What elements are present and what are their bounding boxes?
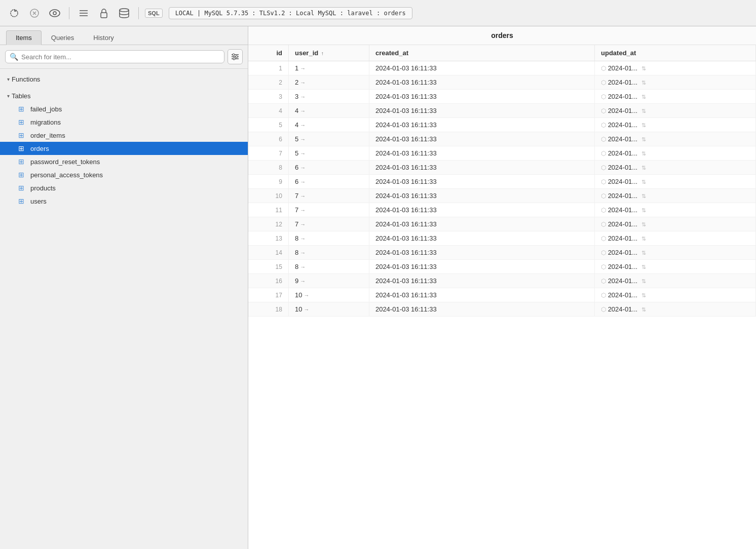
list-icon[interactable] [75, 5, 92, 21]
cell-created_at: 2024-01-03 16:11:33 [369, 132, 594, 146]
cell-id: 18 [248, 302, 288, 317]
cell-sort-updown[interactable]: ⇅ [641, 278, 646, 284]
cell-sort-updown[interactable]: ⇅ [641, 221, 646, 227]
cell-arrow: → [300, 150, 306, 156]
cell-id: 14 [248, 246, 288, 260]
cell-updated_at: ⬡ 2024-01... ⇅ [595, 189, 756, 203]
main-content: Items Queries History 🔍 [0, 26, 756, 549]
table-row[interactable]: 54→2024-01-03 16:11:33⬡ 2024-01... ⇅ [248, 118, 756, 132]
col-header-created_at[interactable]: created_at [369, 45, 594, 61]
cell-created_at: 2024-01-03 16:11:33 [369, 260, 594, 274]
col-header-user_id[interactable]: user_id ↑ [288, 45, 369, 61]
cell-user_id: 7→ [288, 189, 369, 203]
table-row[interactable]: 107→2024-01-03 16:11:33⬡ 2024-01... ⇅ [248, 189, 756, 203]
cell-user_id: 2→ [288, 75, 369, 90]
table-item-users[interactable]: ⊞ users [0, 194, 248, 208]
table-row[interactable]: 117→2024-01-03 16:11:33⬡ 2024-01... ⇅ [248, 203, 756, 217]
cell-user_id: 10→ [288, 288, 369, 302]
cell-updated_at: ⬡ 2024-01... ⇅ [595, 175, 756, 189]
cell-sort-updown[interactable]: ⇅ [641, 122, 646, 128]
cell-arrow: → [300, 179, 306, 185]
cell-updated_at: ⬡ 2024-01... ⇅ [595, 146, 756, 161]
table-item-password_reset_tokens[interactable]: ⊞ password_reset_tokens [0, 155, 248, 168]
table-row[interactable]: 148→2024-01-03 16:11:33⬡ 2024-01... ⇅ [248, 246, 756, 260]
functions-header[interactable]: ▾ Functions [0, 73, 248, 86]
table-row[interactable]: 169→2024-01-03 16:11:33⬡ 2024-01... ⇅ [248, 274, 756, 288]
cell-sort-updown[interactable]: ⇅ [641, 207, 646, 213]
sort-updown-icon: ⬡ [601, 207, 606, 214]
cell-user_id: 5→ [288, 132, 369, 146]
table-item-orders[interactable]: ⊞ orders [0, 142, 248, 155]
divider-1 [69, 7, 69, 19]
table-row[interactable]: 75→2024-01-03 16:11:33⬡ 2024-01... ⇅ [248, 146, 756, 161]
table-item-failed_jobs[interactable]: ⊞ failed_jobs [0, 102, 248, 115]
table-item-products[interactable]: ⊞ products [0, 181, 248, 194]
filter-button[interactable] [228, 49, 243, 64]
table-item-migrations[interactable]: ⊞ migrations [0, 115, 248, 129]
table-row[interactable]: 1710→2024-01-03 16:11:33⬡ 2024-01... ⇅ [248, 288, 756, 302]
table-row[interactable]: 86→2024-01-03 16:11:33⬡ 2024-01... ⇅ [248, 161, 756, 175]
cell-sort-updown[interactable]: ⇅ [641, 193, 646, 199]
cell-sort-updown[interactable]: ⇅ [641, 306, 646, 312]
cell-sort-updown[interactable]: ⇅ [641, 65, 646, 71]
cell-sort-updown[interactable]: ⇅ [641, 80, 646, 86]
col-header-id[interactable]: id [248, 45, 288, 61]
data-table-wrapper[interactable]: id user_id ↑ created_at updated_at 11→20… [248, 45, 756, 549]
cell-created_at: 2024-01-03 16:11:33 [369, 90, 594, 104]
table-row[interactable]: 1810→2024-01-03 16:11:33⬡ 2024-01... ⇅ [248, 302, 756, 317]
cell-sort-updown[interactable]: ⇅ [641, 136, 646, 142]
table-row[interactable]: 127→2024-01-03 16:11:33⬡ 2024-01... ⇅ [248, 217, 756, 231]
cell-arrow: → [304, 292, 309, 298]
sort-updown-icon: ⬡ [601, 164, 606, 171]
table-row[interactable]: 65→2024-01-03 16:11:33⬡ 2024-01... ⇅ [248, 132, 756, 146]
cell-user_id: 9→ [288, 274, 369, 288]
search-input-wrapper: 🔍 [5, 50, 224, 63]
sort-updown-icon: ⬡ [601, 278, 606, 285]
table-row[interactable]: 138→2024-01-03 16:11:33⬡ 2024-01... ⇅ [248, 231, 756, 246]
sort-updown-icon: ⬡ [601, 263, 606, 270]
cell-created_at: 2024-01-03 16:11:33 [369, 189, 594, 203]
sql-badge[interactable]: SQL [145, 9, 163, 18]
table-row[interactable]: 44→2024-01-03 16:11:33⬡ 2024-01... ⇅ [248, 104, 756, 118]
table-item-order_items[interactable]: ⊞ order_items [0, 129, 248, 142]
cell-sort-updown[interactable]: ⇅ [641, 250, 646, 256]
cell-id: 8 [248, 161, 288, 175]
col-header-updated_at[interactable]: updated_at [595, 45, 756, 61]
cell-id: 12 [248, 217, 288, 231]
cell-updated_at: ⬡ 2024-01... ⇅ [595, 90, 756, 104]
close-icon[interactable] [26, 5, 43, 21]
tab-history[interactable]: History [84, 30, 123, 45]
cell-sort-updown[interactable]: ⇅ [641, 292, 646, 298]
tab-queries[interactable]: Queries [42, 30, 84, 45]
search-input[interactable] [21, 53, 220, 61]
divider-2 [138, 7, 139, 19]
cell-sort-updown[interactable]: ⇅ [641, 94, 646, 100]
cell-sort-updown[interactable]: ⇅ [641, 236, 646, 242]
cell-created_at: 2024-01-03 16:11:33 [369, 75, 594, 90]
cell-sort-updown[interactable]: ⇅ [641, 108, 646, 114]
table-item-personal_access_tokens[interactable]: ⊞ personal_access_tokens [0, 168, 248, 181]
cell-id: 3 [248, 90, 288, 104]
cell-created_at: 2024-01-03 16:11:33 [369, 175, 594, 189]
table-name: products [30, 184, 56, 192]
lock-icon[interactable] [96, 5, 112, 21]
data-table: id user_id ↑ created_at updated_at 11→20… [248, 45, 756, 317]
cell-sort-updown[interactable]: ⇅ [641, 165, 646, 171]
sort-updown-icon: ⬡ [601, 292, 606, 299]
table-row[interactable]: 11→2024-01-03 16:11:33⬡ 2024-01... ⇅ [248, 61, 756, 75]
cell-sort-updown[interactable]: ⇅ [641, 264, 646, 270]
table-row[interactable]: 22→2024-01-03 16:11:33⬡ 2024-01... ⇅ [248, 75, 756, 90]
table-grid-icon: ⊞ [18, 158, 26, 166]
cell-sort-updown[interactable]: ⇅ [641, 150, 646, 156]
table-row[interactable]: 158→2024-01-03 16:11:33⬡ 2024-01... ⇅ [248, 260, 756, 274]
database-icon[interactable] [116, 5, 132, 21]
table-row[interactable]: 33→2024-01-03 16:11:33⬡ 2024-01... ⇅ [248, 90, 756, 104]
tab-items[interactable]: Items [6, 30, 42, 45]
sort-updown-icon: ⬡ [601, 65, 606, 72]
tables-header[interactable]: ▾ Tables [0, 90, 248, 102]
refresh-icon[interactable] [6, 5, 22, 21]
cell-sort-updown[interactable]: ⇅ [641, 179, 646, 185]
table-row[interactable]: 96→2024-01-03 16:11:33⬡ 2024-01... ⇅ [248, 175, 756, 189]
cell-updated_at: ⬡ 2024-01... ⇅ [595, 104, 756, 118]
eye-icon[interactable] [47, 5, 63, 21]
